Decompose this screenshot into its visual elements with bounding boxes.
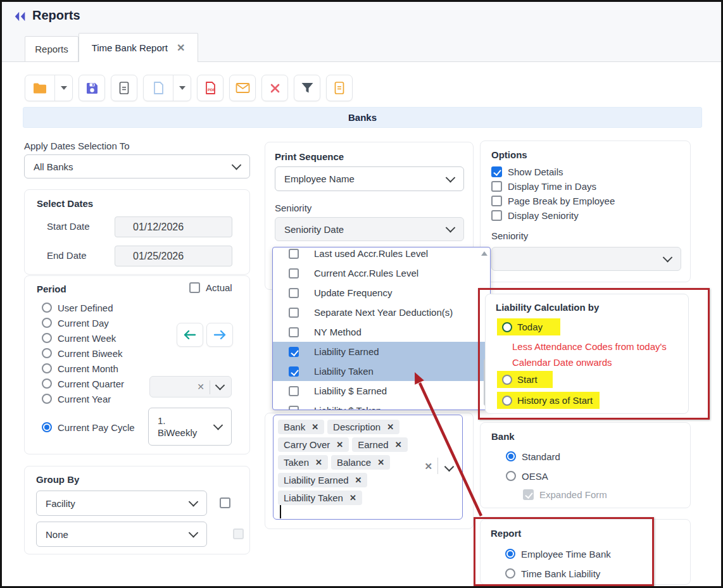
radio-selected-icon[interactable] bbox=[505, 549, 515, 559]
checkbox-icon[interactable] bbox=[289, 308, 299, 318]
open-dropdown-button[interactable] bbox=[54, 75, 72, 101]
pay-cycle-select[interactable]: 1. BiWeekly bbox=[148, 408, 232, 446]
checkbox-icon[interactable] bbox=[289, 327, 299, 337]
period-radio-current-pay-cycle[interactable]: Current Pay Cycle bbox=[42, 420, 135, 435]
radio-icon[interactable] bbox=[502, 375, 512, 385]
option-page-break-by-employee[interactable]: Page Break by Employee bbox=[491, 196, 615, 206]
tag-remove-icon[interactable] bbox=[311, 422, 318, 432]
bank-radio-oesa[interactable]: OESA bbox=[506, 469, 548, 483]
checkbox-icon[interactable] bbox=[289, 386, 299, 396]
period-radio-current-day[interactable]: Current Day bbox=[42, 315, 109, 330]
tag[interactable]: Carry Over bbox=[278, 437, 349, 452]
options-seniority-select[interactable] bbox=[491, 247, 681, 271]
checkbox-icon[interactable] bbox=[491, 210, 502, 221]
checkbox-icon[interactable] bbox=[289, 268, 299, 278]
liability-radio-today[interactable]: Today bbox=[497, 318, 560, 335]
tag[interactable]: Balance bbox=[331, 455, 390, 470]
tab-time-bank-report[interactable]: Time Bank Report bbox=[79, 33, 198, 62]
field-list-item[interactable]: Separate Next Year Deduction(s) bbox=[273, 303, 490, 322]
toolbar-new-file-button[interactable] bbox=[143, 75, 191, 101]
radio-icon[interactable] bbox=[42, 378, 52, 389]
seniority-select[interactable]: Seniority Date bbox=[275, 217, 464, 241]
new-file-icon[interactable] bbox=[144, 75, 173, 101]
toolbar-document-button[interactable] bbox=[111, 75, 137, 101]
radio-icon[interactable] bbox=[505, 568, 515, 579]
tag-remove-icon[interactable] bbox=[377, 458, 384, 467]
checkbox-checked-icon[interactable] bbox=[491, 166, 502, 177]
option-display-seniority[interactable]: Display Seniority bbox=[491, 210, 579, 221]
radio-icon[interactable] bbox=[502, 396, 512, 406]
group-by-checkbox-1[interactable] bbox=[220, 497, 230, 508]
checkbox-checked-icon[interactable] bbox=[289, 366, 299, 377]
tag-remove-icon[interactable] bbox=[395, 440, 402, 449]
field-list-item-selected[interactable]: Liability Earned bbox=[273, 342, 490, 361]
bank-radio-standard[interactable]: Standard bbox=[506, 449, 560, 463]
radio-selected-icon[interactable] bbox=[42, 422, 52, 432]
radio-icon[interactable] bbox=[42, 348, 52, 358]
scroll-up-icon[interactable] bbox=[481, 251, 487, 256]
liability-radio-start[interactable]: Start bbox=[497, 371, 553, 388]
report-radio-time-bank-liability[interactable]: Time Bank Liability bbox=[505, 566, 600, 580]
toolbar-email-button[interactable] bbox=[229, 75, 256, 101]
checkbox-checked-icon[interactable] bbox=[289, 347, 299, 357]
chevron-down-icon[interactable] bbox=[215, 380, 225, 391]
group-by-select-1[interactable]: Facility bbox=[36, 491, 207, 516]
radio-icon[interactable] bbox=[506, 471, 516, 481]
radio-icon[interactable] bbox=[42, 333, 52, 343]
end-date-input[interactable]: 01/25/2026 bbox=[115, 246, 232, 266]
print-sequence-select[interactable]: Employee Name bbox=[275, 166, 464, 191]
tag[interactable]: Bank bbox=[278, 420, 324, 434]
clear-all-icon[interactable] bbox=[424, 461, 432, 472]
period-radio-current-biweek[interactable]: Current Biweek bbox=[42, 346, 123, 361]
radio-icon[interactable] bbox=[42, 318, 52, 328]
period-radio-user-defined[interactable]: User Defined bbox=[42, 300, 113, 315]
checkbox-icon[interactable] bbox=[289, 288, 299, 298]
tag[interactable]: Liability Taken bbox=[278, 491, 362, 505]
field-list-item[interactable]: Liability $ Taken bbox=[273, 401, 490, 410]
clear-icon[interactable] bbox=[197, 382, 204, 392]
apply-dates-select[interactable]: All Banks bbox=[24, 154, 250, 178]
collapse-double-chevron-icon[interactable] bbox=[13, 10, 27, 23]
actual-checkbox-row[interactable]: Actual bbox=[189, 282, 232, 293]
tag-remove-icon[interactable] bbox=[336, 440, 343, 449]
tab-reports[interactable]: Reports bbox=[25, 36, 79, 62]
tag[interactable]: Earned bbox=[352, 437, 407, 452]
field-list-item[interactable]: Current Accr.Rules Level bbox=[273, 263, 490, 283]
liability-radio-history-as-of-start[interactable]: History as of Start bbox=[497, 392, 600, 409]
radio-icon[interactable] bbox=[42, 303, 52, 313]
radio-selected-icon[interactable] bbox=[502, 322, 512, 332]
tab-close-icon[interactable] bbox=[177, 42, 185, 54]
checkbox-icon[interactable] bbox=[289, 249, 299, 259]
period-radio-current-month[interactable]: Current Month bbox=[42, 361, 118, 376]
toolbar-pdf-button[interactable]: PDF bbox=[197, 75, 223, 101]
toolbar-open-button[interactable] bbox=[25, 75, 73, 101]
group-by-select-2[interactable]: None bbox=[36, 522, 207, 547]
prev-period-button[interactable] bbox=[177, 323, 203, 347]
report-radio-employee-time-bank[interactable]: Employee Time Bank bbox=[505, 547, 611, 561]
open-folder-icon[interactable] bbox=[25, 75, 54, 101]
period-radio-current-quarter[interactable]: Current Quarter bbox=[42, 376, 124, 391]
option-display-time-in-days[interactable]: Display Time in Days bbox=[491, 181, 596, 192]
radio-icon[interactable] bbox=[42, 394, 52, 404]
field-list-item-selected[interactable]: Liability Taken bbox=[273, 361, 490, 381]
field-list-item[interactable]: NY Method bbox=[273, 322, 490, 342]
option-show-details[interactable]: Show Details bbox=[491, 166, 563, 177]
toolbar-delete-button[interactable] bbox=[261, 75, 288, 101]
next-period-button[interactable] bbox=[206, 323, 233, 347]
tag[interactable]: Liability Earned bbox=[278, 473, 367, 487]
toolbar-filter-button[interactable] bbox=[294, 75, 320, 101]
chevron-down-icon[interactable] bbox=[444, 462, 455, 472]
actual-checkbox[interactable] bbox=[189, 282, 200, 293]
start-date-input[interactable]: 01/12/2026 bbox=[115, 216, 232, 237]
period-radio-current-year[interactable]: Current Year bbox=[42, 391, 111, 406]
toolbar-report-button[interactable] bbox=[326, 75, 353, 101]
selected-fields-box[interactable]: Bank Description Carry Over Earned Taken… bbox=[273, 415, 463, 520]
checkbox-icon[interactable] bbox=[491, 196, 502, 206]
checkbox-icon[interactable] bbox=[491, 181, 502, 192]
tag[interactable]: Taken bbox=[278, 455, 328, 470]
new-file-dropdown-button[interactable] bbox=[173, 75, 191, 101]
field-list-item[interactable]: Update Frequency bbox=[273, 283, 490, 303]
period-radio-current-week[interactable]: Current Week bbox=[42, 330, 116, 346]
radio-selected-icon[interactable] bbox=[506, 451, 516, 461]
tag-remove-icon[interactable] bbox=[355, 475, 362, 485]
